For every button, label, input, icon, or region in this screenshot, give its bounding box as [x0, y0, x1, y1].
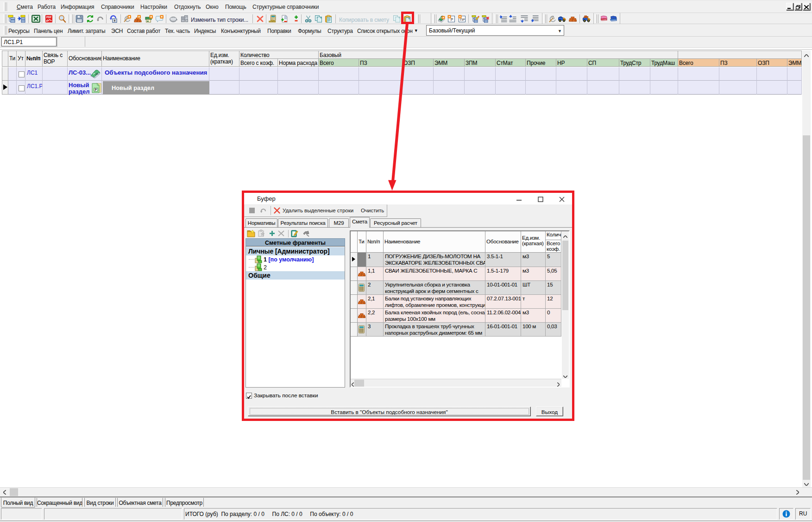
svg-text:PDF: PDF	[46, 16, 52, 19]
svg-text:P: P	[95, 88, 97, 91]
svg-text:P: P	[451, 17, 453, 22]
